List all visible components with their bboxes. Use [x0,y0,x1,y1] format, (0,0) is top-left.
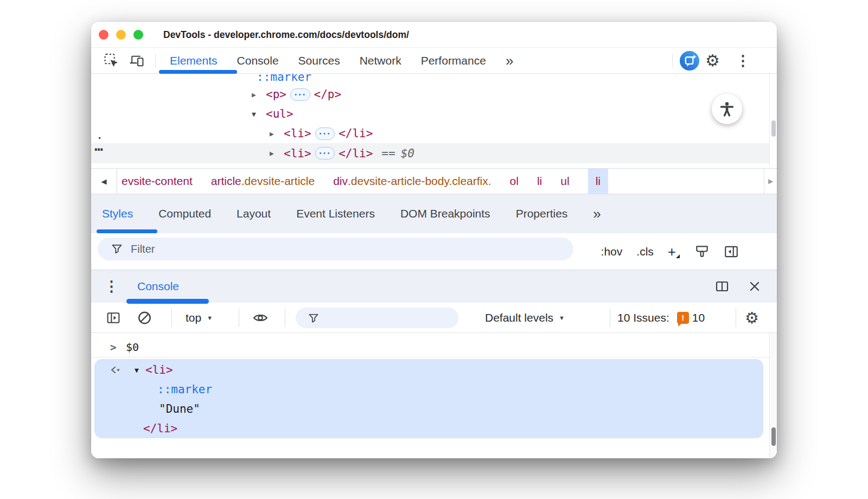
titlebar: DevTools - developer.chrome.com/docs/dev… [91,22,777,48]
expand-arrow-icon[interactable]: ▶ [252,91,266,99]
show-console-sidebar-icon[interactable] [106,310,121,325]
console-filter-field[interactable] [296,308,458,328]
crumb-tag: article [211,175,241,188]
execution-context-selector[interactable]: top ▼ [186,311,213,324]
close-tag[interactable]: </p> [314,88,342,101]
console-tab-underline [126,299,209,304]
collapsed-content-ellipsis[interactable]: ••• [315,127,335,140]
result-row-close-tag[interactable]: </li> [94,419,763,438]
tab-sources[interactable]: Sources [298,54,340,67]
styles-tab-underline [97,229,157,233]
close-tag[interactable]: </li> [339,147,373,160]
tab-performance[interactable]: Performance [421,54,486,67]
dom-row-ul[interactable]: ▼ <ul> [91,104,769,124]
inspect-element-icon[interactable] [104,53,119,68]
dom-breadcrumb-bar: ◀ evsite-content article .devsite-articl… [91,168,777,194]
toggle-class-button[interactable]: .cls [636,245,654,258]
split-panel-icon[interactable] [714,279,730,293]
marker-pseudo-element[interactable]: ::marker [257,74,311,84]
forward-arrow-icon: ▶ [768,177,773,185]
scrollbar-thumb[interactable] [771,120,776,137]
collapse-arrow-icon[interactable]: ▼ [135,366,139,374]
open-tag[interactable]: <li> [284,127,311,140]
console-settings-gear-icon[interactable]: ⚙ [745,310,759,325]
scrollbar-thumb[interactable] [771,427,776,446]
collapsed-content-ellipsis[interactable]: ••• [315,147,335,159]
kebab-menu-icon[interactable]: ⋮ [736,53,750,68]
close-tag[interactable]: </li> [339,127,373,140]
issues-counter[interactable]: 10 Issues: ! 10 [617,311,705,324]
breadcrumb-item[interactable]: li [537,169,542,194]
zoom-window-button[interactable] [133,30,143,40]
minimize-window-button[interactable] [116,30,126,40]
crumb-tag: li [596,175,601,188]
back-arrow-icon: ◀ [101,177,107,185]
console-result-selected[interactable]: ▼ <li> ::marker "Dune" </li> [94,359,763,438]
close-drawer-icon[interactable] [748,279,762,293]
breadcrumb-item[interactable]: ul [560,169,569,194]
result-row-marker[interactable]: ::marker [94,380,763,399]
breadcrumb-item[interactable]: div .devsite-article-body.clearfix. [333,169,491,194]
new-style-rule-button[interactable]: + [668,245,676,259]
marker-pseudo-element[interactable]: ::marker [157,383,212,396]
breadcrumb-forward-button[interactable]: ▶ [764,169,777,194]
tab-console[interactable]: Console [237,54,279,67]
open-tag[interactable]: <li> [284,147,311,160]
dom-row-p[interactable]: ▶ <p> ••• </p> [91,85,769,104]
expand-arrow-icon[interactable]: ▶ [270,130,284,138]
drawer-menu-icon[interactable]: ⋮ [104,278,119,295]
result-row-text[interactable]: "Dune" [94,399,763,419]
clear-console-icon[interactable] [137,310,152,325]
expand-arrow-icon[interactable]: ▶ [270,149,284,157]
dom-row-li-1[interactable]: ▶ <li> ••• </li> [91,124,769,143]
log-levels-dropdown[interactable]: Default levels ▼ [485,311,565,324]
more-tabs-icon[interactable]: » [593,207,599,221]
collapsed-content-ellipsis[interactable]: ••• [290,88,310,101]
breadcrumb-item[interactable]: evsite-content [122,169,193,194]
styles-filter-field[interactable] [98,238,573,260]
tab-event-listeners[interactable]: Event Listeners [296,207,375,220]
gutter-ellipsis: ⋯ [94,141,103,157]
elements-tab-underline [159,70,237,74]
tab-elements[interactable]: Elements [170,54,218,67]
device-toolbar-icon[interactable] [129,53,144,68]
gutter-dot: . [96,128,103,142]
tab-console-drawer[interactable]: Console [137,270,179,303]
collapse-arrow-icon[interactable]: ▼ [252,110,266,118]
settings-gear-icon[interactable]: ⚙ [705,53,720,69]
window-title: DevTools - developer.chrome.com/docs/dev… [163,22,409,48]
open-tag[interactable]: <li> [145,363,173,376]
breadcrumb-back-button[interactable]: ◀ [91,169,117,194]
tab-properties[interactable]: Properties [516,207,568,220]
tab-styles[interactable]: Styles [102,207,133,220]
live-expression-eye-icon[interactable] [252,310,269,325]
rendering-brush-icon[interactable] [694,244,710,259]
ai-assistant-icon[interactable] [680,51,699,71]
breadcrumb-item[interactable]: article .devsite-article [211,169,315,194]
text-node-value: "Dune" [159,402,200,415]
styles-filter-bar: :hov .cls + [91,233,777,270]
breadcrumb-item-selected[interactable]: li [588,169,608,194]
more-tabs-icon[interactable]: » [506,54,512,68]
close-window-button[interactable] [99,30,108,40]
tab-dom-breakpoints[interactable]: DOM Breakpoints [400,207,490,220]
styles-toolbar-actions: :hov .cls + [601,233,739,270]
tab-computed[interactable]: Computed [158,207,211,220]
close-tag[interactable]: </li> [143,422,177,435]
breadcrumb-item[interactable]: ol [510,169,519,194]
accessibility-fab-button[interactable] [712,94,742,124]
toggle-hover-state-button[interactable]: :hov [601,245,623,258]
dock-sidebar-icon[interactable] [724,244,739,259]
toolbar-divider [285,309,285,327]
tab-layout[interactable]: Layout [237,207,271,220]
console-scrollbar[interactable] [769,333,777,458]
dom-row-li-selected[interactable]: ▶ <li> ••• </li> == $0 [91,143,769,163]
breadcrumb: evsite-content article .devsite-article … [117,169,608,194]
dom-tree-scrollbar[interactable] [769,74,777,168]
styles-filter-input[interactable] [131,243,456,255]
crumb-tag: ol [510,175,519,188]
tab-network[interactable]: Network [360,54,401,67]
result-row-open-tag[interactable]: ▼ <li> [94,360,763,380]
open-tag[interactable]: <p> [266,88,286,101]
open-tag[interactable]: <ul> [266,107,293,120]
